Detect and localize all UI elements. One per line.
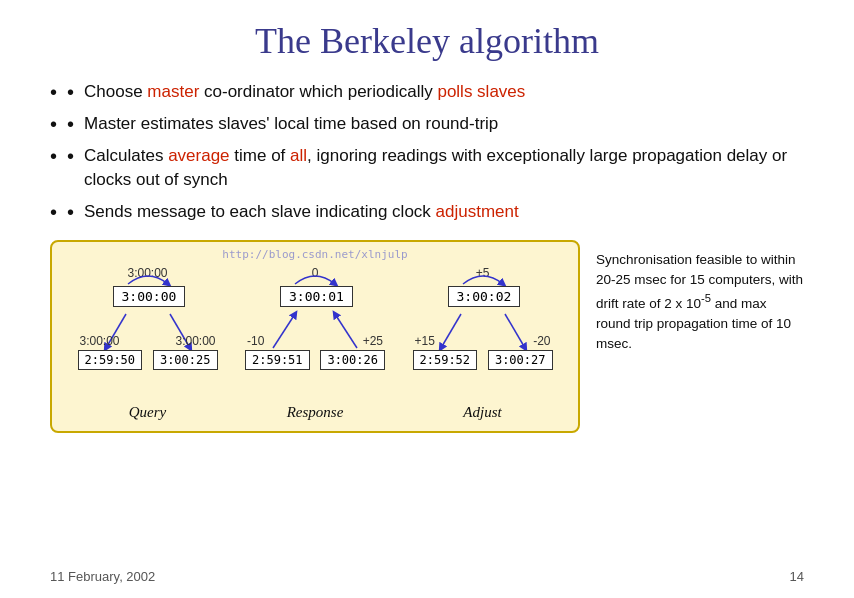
response-offset-right: +25 bbox=[363, 334, 383, 348]
response-label: Response bbox=[287, 404, 344, 421]
adjust-slave1-box: 2:59:52 bbox=[413, 350, 478, 370]
bullet-item-1: • Choose master co-ordinator which perio… bbox=[50, 80, 804, 104]
bullet-dot3: • bbox=[67, 144, 74, 168]
response-master-node: 3:00:01 bbox=[280, 286, 353, 307]
response-master-box: 3:00:01 bbox=[280, 286, 353, 307]
adjust-diagram: +5 3 bbox=[413, 266, 553, 396]
adjust-master-node: 3:00:02 bbox=[448, 286, 521, 307]
bullet-list: • Choose master co-ordinator which perio… bbox=[50, 80, 804, 224]
bullet-item-2: • Master estimates slaves' local time ba… bbox=[50, 112, 804, 136]
query-label: Query bbox=[129, 404, 167, 421]
response-slave2-box: 3:00:26 bbox=[320, 350, 385, 370]
bullet-dot: • bbox=[67, 80, 74, 104]
footer: 11 February, 2002 14 bbox=[50, 569, 804, 584]
query-diagram: 3:00:00 bbox=[78, 266, 218, 396]
response-slave1-box: 2:59:51 bbox=[245, 350, 310, 370]
bullet-dot2: • bbox=[67, 112, 74, 136]
slide-title: The Berkeley algorithm bbox=[50, 20, 804, 62]
query-master-box: 3:00:00 bbox=[113, 286, 186, 307]
bullet-red-4: all bbox=[290, 146, 307, 165]
adjust-master-box: 3:00:02 bbox=[448, 286, 521, 307]
query-slave2-box: 3:00:25 bbox=[153, 350, 218, 370]
query-slave1: 2:59:50 bbox=[78, 350, 143, 370]
bullet-item-3: • Calculates average time of all, ignori… bbox=[50, 144, 804, 192]
bullet-red-2: polls slaves bbox=[437, 82, 525, 101]
bullet-red-5: adjustment bbox=[436, 202, 519, 221]
adjust-slave1: 2:59:52 bbox=[413, 350, 478, 370]
response-slave2: 3:00:26 bbox=[320, 350, 385, 370]
bullet-dot4: • bbox=[67, 200, 74, 224]
bullet-red-1: master bbox=[147, 82, 199, 101]
adjust-slave2-box: 3:00:27 bbox=[488, 350, 553, 370]
bullet-red-3: average bbox=[168, 146, 229, 165]
response-diagram: 0 3: bbox=[245, 266, 385, 396]
bullet-text-2: Master estimates slaves' local time base… bbox=[84, 112, 498, 136]
bullet-text-1: Choose master co-ordinator which periodi… bbox=[84, 80, 525, 104]
bullet-item-4: • Sends message to each slave indicating… bbox=[50, 200, 804, 224]
adjust-slave2: 3:00:27 bbox=[488, 350, 553, 370]
query-section: 3:00:00 bbox=[70, 266, 225, 421]
query-slave2: 3:00:25 bbox=[153, 350, 218, 370]
diagram-sections: 3:00:00 bbox=[70, 266, 560, 421]
watermark: http://blog.csdn.net/xlnjulp bbox=[222, 248, 407, 261]
footer-date: 11 February, 2002 bbox=[50, 569, 155, 584]
adjust-section: +5 3 bbox=[405, 266, 560, 421]
side-text: Synchronisation feasible to within 20-25… bbox=[596, 240, 804, 355]
adjust-offset-left: +15 bbox=[415, 334, 435, 348]
adjust-offset-right: -20 bbox=[533, 334, 550, 348]
query-slave1-box: 2:59:50 bbox=[78, 350, 143, 370]
query-offset-left: 3:00:00 bbox=[80, 334, 120, 348]
response-section: 0 3: bbox=[238, 266, 393, 421]
slide: The Berkeley algorithm • Choose master c… bbox=[0, 0, 854, 598]
query-offset-right: 3:00:00 bbox=[175, 334, 215, 348]
query-master-node: 3:00:00 bbox=[113, 286, 186, 307]
superscript: -5 bbox=[701, 292, 711, 304]
response-offset-left: -10 bbox=[247, 334, 264, 348]
diagram-area: http://blog.csdn.net/xlnjulp 3:00:00 bbox=[50, 240, 804, 433]
bullet-text-4: Sends message to each slave indicating c… bbox=[84, 200, 519, 224]
bullet-text-3: Calculates average time of all, ignoring… bbox=[84, 144, 804, 192]
footer-page: 14 bbox=[790, 569, 804, 584]
response-slave1: 2:59:51 bbox=[245, 350, 310, 370]
adjust-label: Adjust bbox=[463, 404, 501, 421]
diagram-box: http://blog.csdn.net/xlnjulp 3:00:00 bbox=[50, 240, 580, 433]
